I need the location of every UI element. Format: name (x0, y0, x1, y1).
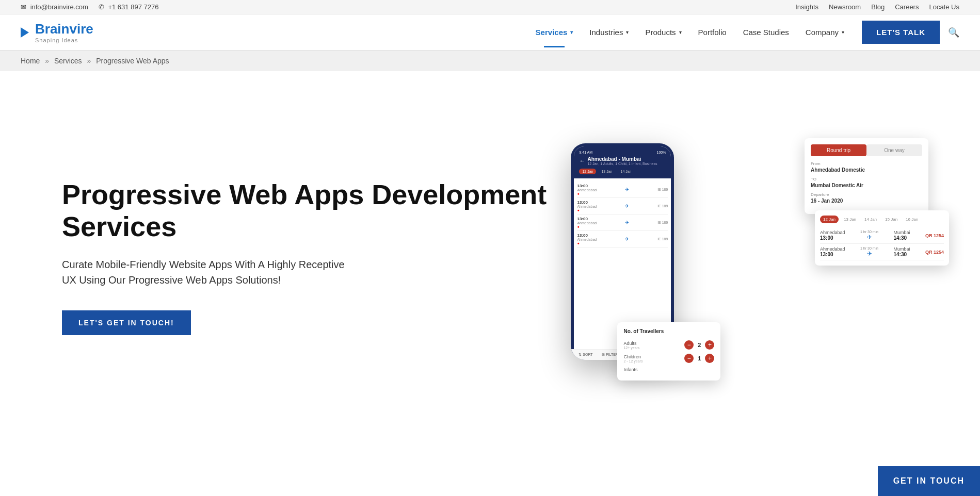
breadcrumb: Home » Services » Progressive Web Apps (0, 51, 980, 71)
logo-arrow-icon (21, 27, 29, 38)
breadcrumb-services[interactable]: Services (54, 57, 82, 65)
blog-link[interactable]: Blog (871, 3, 885, 11)
flight-dot-1: ● (577, 192, 597, 195)
c2-date-3: 14 Jan (861, 216, 880, 223)
flight-list: 13:00 Ahmedabad ● ✈ IE 189 13:00 Ahmedab… (574, 178, 671, 251)
adults-info: Adults 12+ years (623, 341, 639, 350)
trip-type-card: Round trip One way From Ahmedabad Domest… (805, 138, 928, 214)
c2-flight-info-2: 1 hr 30 min ✈ (860, 246, 878, 257)
card2-dates: 12 Jan 13 Jan 14 Jan 15 Jan 16 Jan (820, 216, 944, 223)
flight-dot-4: ● (577, 241, 597, 245)
search-button[interactable]: 🔍 (948, 27, 959, 38)
children-label: Children (623, 354, 642, 359)
flight-row-2: 13:00 Ahmedabad ● ✈ IE 189 (577, 198, 668, 214)
phone-battery: 100% (657, 151, 666, 154)
date-tab-2: 13 Jan (598, 169, 615, 174)
locate-us-link[interactable]: Locate Us (929, 3, 959, 11)
hero-cta-button[interactable]: LET'S GET IN TOUCH! (62, 310, 191, 335)
hero-section: Progressive Web Apps Development Service… (0, 71, 980, 432)
services-chevron-icon: ▾ (570, 29, 573, 35)
adults-minus[interactable]: − (684, 340, 694, 350)
from-label: From (811, 161, 922, 166)
children-row: Children 2 - 12 years − 1 + (623, 352, 714, 365)
round-trip-tab[interactable]: Round trip (811, 144, 866, 156)
flight-city-3: 13:00 Ahmedabad ● (577, 217, 597, 228)
industries-chevron-icon: ▾ (626, 29, 629, 35)
insights-link[interactable]: Insights (795, 3, 818, 11)
departure-value: 16 - Jan 2020 (811, 198, 922, 204)
children-minus[interactable]: − (684, 354, 694, 363)
adults-plus[interactable]: + (705, 340, 714, 350)
nav-industries[interactable]: Industries ▾ (582, 24, 636, 41)
phone-time: 9:41 AM (579, 151, 592, 154)
route-sub: 12 Jan, 1 Adults, 1 Child, 1 Infant, Bus… (587, 162, 657, 166)
breadcrumb-home[interactable]: Home (21, 57, 40, 65)
c2-flight-2: Ahmedabad 13:00 1 hr 30 min ✈ Mumbai 14:… (820, 244, 944, 260)
email-info: ✉ info@brainvire.com (21, 3, 88, 11)
newsroom-link[interactable]: Newsroom (829, 3, 861, 11)
route-name: Ahmedabad - Mumbai (587, 156, 657, 162)
to-label: TO (811, 177, 922, 181)
nav-links: Services ▾ Industries ▾ Products ▾ Portf… (528, 24, 852, 41)
breadcrumb-sep-2: » (87, 57, 91, 65)
adults-counter: − 2 + (684, 340, 714, 350)
phone-info: ✆ +1 631 897 7276 (99, 3, 159, 11)
phone-status: 9:41 AM 100% (579, 151, 666, 154)
children-info: Children 2 - 12 years (623, 354, 642, 363)
logo-vire: vire (69, 21, 93, 37)
children-plus[interactable]: + (705, 354, 714, 363)
nav-case-studies[interactable]: Case Studies (736, 24, 796, 41)
c2-flight-1: Ahmedabad 13:00 1 hr 30 min ✈ Mumbai 14:… (820, 227, 944, 244)
c2-plane-icon-2: ✈ (867, 250, 872, 257)
careers-link[interactable]: Careers (895, 3, 919, 11)
date-tab-3: 14 Jan (618, 169, 635, 174)
top-bar-left: ✉ info@brainvire.com ✆ +1 631 897 7276 (21, 3, 158, 11)
flight-row-4: 13:00 Ahmedabad ● ✈ IE 189 (577, 231, 668, 247)
c2-date-1: 12 Jan (820, 216, 839, 223)
plane-icon-2: ✈ (625, 203, 629, 209)
navbar: Brainvire Shaping Ideas Services ▾ Indus… (0, 14, 980, 51)
logo[interactable]: Brainvire Shaping Ideas (21, 21, 93, 43)
c2-from-2: Ahmedabad 13:00 (820, 246, 845, 257)
lets-talk-button[interactable]: LET'S TALK (862, 21, 940, 44)
back-icon: ← (579, 157, 585, 164)
search-icon: 🔍 (948, 27, 959, 38)
date-tab-1: 12 Jan (579, 169, 596, 174)
top-bar: ✉ info@brainvire.com ✆ +1 631 897 7276 I… (0, 0, 980, 14)
breadcrumb-current: Progressive Web Apps (96, 57, 169, 65)
departure-label: Departure (811, 192, 922, 197)
adults-row: Adults 12+ years − 2 + (623, 338, 714, 352)
nav-company[interactable]: Company ▾ (798, 24, 852, 41)
filter-option: ⊞ FILTER (602, 353, 618, 357)
nav-portfolio[interactable]: Portfolio (691, 24, 734, 41)
plane-icon-4: ✈ (625, 236, 629, 242)
children-counter: − 1 + (684, 354, 714, 363)
nav-services[interactable]: Services ▾ (528, 24, 581, 41)
flight-city-4: 13:00 Ahmedabad ● (577, 233, 597, 245)
nav-products[interactable]: Products ▾ (638, 24, 688, 41)
breadcrumb-sep-1: » (45, 57, 49, 65)
hero-image: 9:41 AM 100% ← Ahmedabad - Mumbai 12 Jan… (555, 128, 959, 386)
email-icon: ✉ (21, 3, 26, 11)
date-tabs: 12 Jan 13 Jan 14 Jan (579, 169, 666, 174)
c2-flight-info-1: 1 hr 30 min ✈ (860, 230, 878, 241)
hero-title: Progressive Web Apps Development Service… (62, 178, 555, 242)
products-chevron-icon: ▾ (679, 29, 682, 35)
flight-row-3: 13:00 Ahmedabad ● ✈ IE 189 (577, 214, 668, 231)
travellers-card: No. of Travellers Adults 12+ years − 2 +… (617, 322, 720, 381)
departure-field: Departure 16 - Jan 2020 (811, 192, 922, 204)
company-chevron-icon: ▾ (842, 29, 844, 35)
flight-results-card: 12 Jan 13 Jan 14 Jan 15 Jan 16 Jan Ahmed… (815, 210, 949, 266)
from-value: Ahmedabad Domestic (811, 167, 922, 173)
travellers-title: No. of Travellers (623, 328, 714, 334)
top-bar-right: Insights Newsroom Blog Careers Locate Us (795, 3, 959, 11)
plane-icon-1: ✈ (625, 187, 629, 192)
c2-date-2: 13 Jan (841, 216, 859, 223)
route-info: ← Ahmedabad - Mumbai 12 Jan, 1 Adults, 1… (579, 156, 666, 166)
flight-dot-2: ● (577, 208, 597, 212)
flight-info-4: IE 189 (657, 237, 668, 241)
hero-content: Progressive Web Apps Development Service… (62, 178, 555, 335)
one-way-tab[interactable]: One way (866, 144, 922, 156)
c2-code-1: QR 1254 (925, 233, 944, 238)
flight-row-1: 13:00 Ahmedabad ● ✈ IE 189 (577, 181, 668, 198)
